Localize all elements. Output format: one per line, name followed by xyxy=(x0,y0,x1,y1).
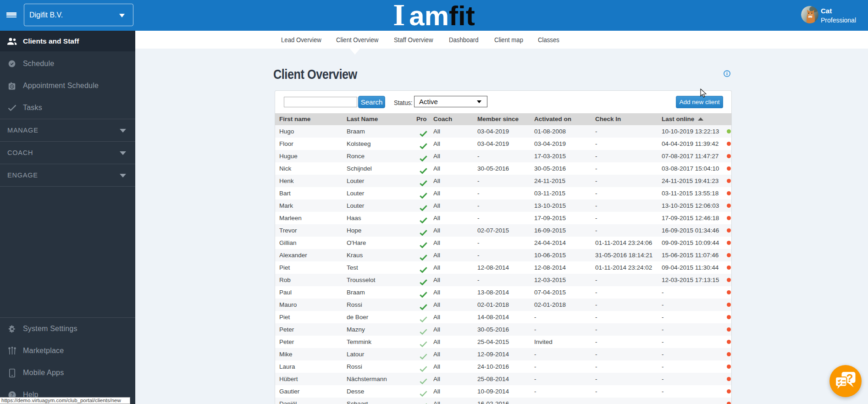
svg-text:?: ? xyxy=(846,372,853,384)
